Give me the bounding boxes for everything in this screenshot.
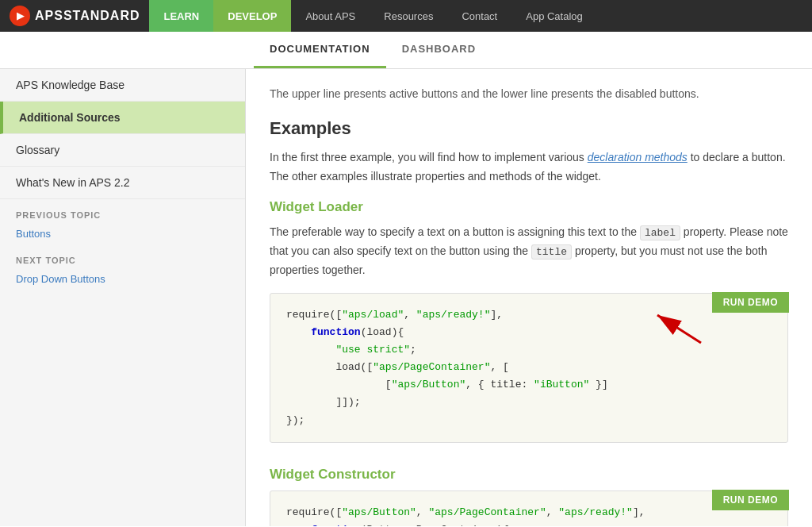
examples-paragraph: In the first three example, you will fin… xyxy=(270,148,788,187)
code-line-2: function(load){ xyxy=(286,326,404,338)
code-block-2: require(["aps/Button", "aps/PageContaine… xyxy=(270,490,788,526)
code-block-2-wrapper: RUN DEMO require(["aps/Button", "aps/Pag… xyxy=(270,490,788,526)
svg-line-1 xyxy=(657,315,701,343)
widget-loader-heading: Widget Loader xyxy=(270,199,788,215)
code-line-1: require(["aps/load", "aps/ready!"], xyxy=(286,309,503,321)
logo-icon: ▶ xyxy=(10,6,30,26)
top-nav: ▶ APSSTANDARD LEARN DEVELOP About APS Re… xyxy=(0,0,812,32)
run-demo-button-2[interactable]: RUN DEMO xyxy=(712,490,789,510)
nav-resources[interactable]: Resources xyxy=(370,0,447,32)
nav-about[interactable]: About APS xyxy=(291,0,370,32)
code2-line-1: require(["aps/Button", "aps/PageContaine… xyxy=(286,506,645,518)
code-line-3: "use strict"; xyxy=(286,344,416,356)
logo-text: APSSTANDARD xyxy=(35,9,140,23)
tab-documentation[interactable]: DOCUMENTATION xyxy=(254,32,386,68)
widget-loader-text-1: The preferable way to specify a text on … xyxy=(270,225,640,238)
nav-contact[interactable]: Contact xyxy=(447,0,511,32)
examples-text-1: In the first three example, you will fin… xyxy=(270,151,588,163)
content-area: The upper line presents active buttons a… xyxy=(246,69,812,526)
examples-heading: Examples xyxy=(270,118,788,139)
declaration-methods-link[interactable]: declaration methods xyxy=(588,151,688,163)
label-code: label xyxy=(640,225,680,240)
nav-learn[interactable]: LEARN xyxy=(149,0,213,32)
previous-topic-label: PREVIOUS TOPIC xyxy=(0,199,245,223)
code-line-5: ["aps/Button", { title: "iButton" }] xyxy=(286,379,608,390)
code-line-4: load(["aps/PageContainer", [ xyxy=(286,361,509,373)
code-block-1-wrapper: RUN DEMO require(["aps/load", "aps/ready… xyxy=(270,293,788,443)
sidebar-item-additional-sources[interactable]: Additional Sources xyxy=(0,102,245,134)
widget-loader-paragraph: The preferable way to specify a text on … xyxy=(270,223,788,280)
arrow-indicator xyxy=(645,307,709,347)
nav-develop[interactable]: DEVELOP xyxy=(213,0,291,32)
widget-constructor-heading: Widget Constructor xyxy=(270,467,788,483)
tab-dashboard[interactable]: DASHBOARD xyxy=(386,32,492,68)
next-topic-label: NEXT TOPIC xyxy=(0,244,245,268)
code-line-7: }); xyxy=(286,414,304,426)
code2-line-2: function(Button, PageContainer){ xyxy=(286,524,509,526)
next-topic-link[interactable]: Drop Down Buttons xyxy=(0,268,245,290)
code-line-6: ]]); xyxy=(286,396,361,408)
sidebar-item-knowledge-base[interactable]: APS Knowledge Base xyxy=(0,69,245,102)
logo-area: ▶ APSSTANDARD xyxy=(0,0,149,32)
intro-text: The upper line presents active buttons a… xyxy=(270,85,788,102)
sub-nav: DOCUMENTATION DASHBOARD xyxy=(0,32,812,69)
code-block-1: require(["aps/load", "aps/ready!"], func… xyxy=(270,293,788,443)
sidebar-item-whats-new[interactable]: What's New in APS 2.2 xyxy=(0,167,245,199)
run-demo-button-1[interactable]: RUN DEMO xyxy=(712,292,789,313)
nav-app-catalog[interactable]: App Catalog xyxy=(511,0,597,32)
title-code: title xyxy=(531,244,572,260)
sidebar-item-glossary[interactable]: Glossary xyxy=(0,134,245,167)
previous-topic-link[interactable]: Buttons xyxy=(0,223,245,244)
main-layout: APS Knowledge Base Additional Sources Gl… xyxy=(0,69,812,526)
sidebar: APS Knowledge Base Additional Sources Gl… xyxy=(0,69,246,526)
